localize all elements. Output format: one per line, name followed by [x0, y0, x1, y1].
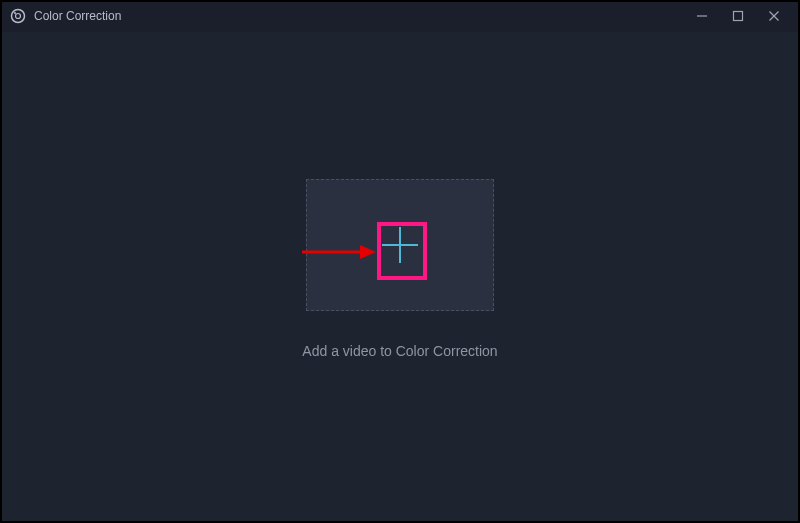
plus-icon [382, 227, 418, 263]
titlebar: Color Correction [0, 0, 800, 32]
titlebar-left: Color Correction [10, 8, 121, 24]
close-button[interactable] [756, 2, 792, 30]
svg-point-2 [14, 12, 16, 14]
app-icon [10, 8, 26, 24]
svg-point-1 [16, 14, 21, 19]
window-title: Color Correction [34, 9, 121, 23]
svg-rect-4 [734, 12, 743, 21]
maximize-button[interactable] [720, 2, 756, 30]
hint-text: Add a video to Color Correction [302, 343, 497, 359]
main-area: Add a video to Color Correction [0, 32, 800, 523]
minimize-button[interactable] [684, 2, 720, 30]
svg-point-0 [12, 10, 25, 23]
add-video-dropzone[interactable] [306, 179, 494, 311]
window-controls [684, 2, 792, 30]
